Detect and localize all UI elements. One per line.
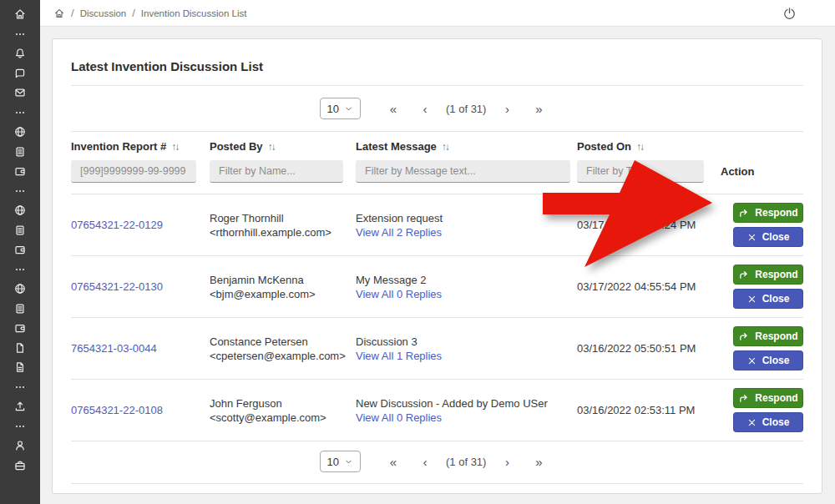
posted-by-name: John Ferguson [210, 396, 344, 411]
page-title: Latest Invention Discussion List [71, 39, 803, 86]
latest-message-text: Discussion 3 [356, 335, 565, 349]
file-icon[interactable] [13, 341, 27, 355]
filter-name-input[interactable] [210, 160, 343, 183]
posted-by-email: <bjm@example.com> [210, 287, 344, 301]
close-x-icon [747, 356, 757, 365]
first-page-button[interactable]: « [377, 455, 409, 469]
respond-button[interactable]: Respond [733, 203, 803, 223]
invention-report-link[interactable]: 07654321-22-0130 [71, 280, 163, 293]
filter-invention-report-input[interactable] [71, 160, 196, 183]
next-page-button[interactable]: › [491, 455, 523, 469]
col-header-action: Action [719, 165, 803, 178]
posted-by-name: Constance Petersen [210, 335, 344, 349]
home-icon[interactable] [13, 8, 27, 21]
prev-page-button[interactable]: ‹ [409, 102, 441, 116]
sort-icon[interactable]: ↑↓ [171, 141, 178, 153]
breadcrumb-item-discussion[interactable]: Discussion [80, 8, 127, 18]
news-icon[interactable] [13, 145, 27, 159]
respond-button[interactable]: Respond [733, 326, 803, 346]
paginator-top: 10 « ‹ (1 of 31) › » [71, 86, 803, 131]
posted-on-value: 03/17/2022 05:22:24 PM [577, 218, 719, 232]
dots-icon [13, 381, 27, 394]
last-page-button[interactable]: » [523, 455, 554, 469]
posted-by-name: Roger Thornhill [210, 211, 344, 225]
view-replies-link[interactable]: View All 0 Replies [356, 411, 442, 424]
invention-report-link[interactable]: 07654321-22-0108 [71, 404, 163, 416]
first-page-button[interactable]: « [377, 102, 409, 116]
briefcase-icon[interactable] [13, 459, 27, 472]
col-header-posted-on[interactable]: Posted On↑↓ [577, 140, 719, 153]
person-icon[interactable] [13, 439, 27, 452]
dots-icon [13, 28, 27, 41]
page-size-select[interactable]: 10 [320, 98, 361, 119]
page-size-value: 10 [327, 103, 339, 115]
close-x-icon [747, 233, 757, 242]
page-size-select[interactable]: 10 [320, 451, 361, 472]
page-size-value: 10 [327, 456, 339, 468]
sort-icon[interactable]: ↑↓ [636, 141, 643, 153]
news-icon[interactable] [13, 302, 27, 315]
posted-by-email: <cpetersen@example.com> [210, 349, 344, 363]
sort-icon[interactable]: ↑↓ [268, 141, 275, 153]
col-header-latest-message[interactable]: Latest Message↑↓ [356, 140, 577, 153]
col-header-invention-report[interactable]: Invention Report #↑↓ [71, 140, 210, 153]
page-indicator: (1 of 31) [441, 456, 491, 468]
invention-report-link[interactable]: 07654321-22-0129 [71, 219, 163, 231]
bell-icon[interactable] [13, 47, 27, 60]
paginator-bottom: 10 « ‹ (1 of 31) › » [71, 441, 803, 484]
breadcrumb-item-current: Invention Discussion List [141, 8, 247, 18]
view-replies-link[interactable]: View All 2 Replies [356, 226, 442, 239]
respond-arrow-icon [738, 208, 749, 219]
chat-icon[interactable] [13, 67, 27, 80]
dots-icon [13, 263, 27, 276]
respond-button[interactable]: Respond [733, 265, 803, 285]
posted-on-value: 03/16/2022 02:53:11 PM [577, 403, 719, 417]
sort-icon[interactable]: ↑↓ [442, 141, 448, 153]
wallet-icon[interactable] [13, 243, 27, 256]
filter-time-input[interactable] [577, 160, 704, 183]
latest-message-text: My Message 2 [356, 273, 565, 287]
prev-page-button[interactable]: ‹ [409, 455, 441, 469]
table-header-row: Invention Report #↑↓ Posted By↑↓ Latest … [71, 132, 803, 153]
close-button[interactable]: Close [733, 227, 803, 247]
view-replies-link[interactable]: View All 0 Replies [356, 288, 442, 300]
dots-icon [13, 184, 27, 198]
respond-arrow-icon [738, 270, 749, 280]
close-x-icon [747, 418, 757, 427]
close-button[interactable]: Close [733, 289, 803, 309]
page-indicator: (1 of 31) [441, 103, 491, 115]
close-button[interactable]: Close [733, 412, 803, 432]
breadcrumb: / Discussion / Invention Discussion List [53, 7, 246, 19]
filter-message-input[interactable] [356, 160, 570, 183]
col-header-posted-by[interactable]: Posted By↑↓ [210, 140, 356, 153]
discussion-table: Invention Report #↑↓ Posted By↑↓ Latest … [71, 131, 803, 484]
invention-report-link[interactable]: 7654321-03-0044 [71, 342, 157, 355]
discussion-list-card: Latest Invention Discussion List 10 « ‹ … [52, 38, 822, 494]
globe-icon[interactable] [13, 204, 27, 217]
mail-icon[interactable] [13, 86, 27, 99]
posted-by-name: Benjamin McKenna [210, 273, 344, 287]
posted-on-value: 03/16/2022 05:50:51 PM [577, 341, 719, 355]
dots-icon [13, 106, 27, 119]
upload-icon[interactable] [13, 400, 27, 413]
globe-icon[interactable] [13, 282, 27, 295]
table-row: 7654321-03-0044 Constance Petersen <cpet… [71, 318, 803, 380]
logout-power-icon[interactable] [782, 6, 797, 20]
view-replies-link[interactable]: View All 1 Replies [356, 350, 442, 362]
respond-button[interactable]: Respond [733, 388, 803, 408]
latest-message-text: New Discussion - Added by Demo USer [356, 396, 565, 411]
breadcrumb-separator: / [71, 7, 74, 19]
home-icon[interactable] [53, 8, 65, 19]
sidebar [0, 0, 40, 504]
wallet-icon[interactable] [13, 164, 27, 178]
file-text-icon[interactable] [13, 360, 27, 374]
posted-by-email: <scotty@example.com> [210, 411, 344, 425]
table-row: 07654321-22-0130 Benjamin McKenna <bjm@e… [71, 256, 803, 318]
news-icon[interactable] [13, 224, 27, 237]
wallet-icon[interactable] [13, 321, 27, 335]
next-page-button[interactable]: › [491, 102, 523, 116]
globe-icon[interactable] [13, 125, 27, 139]
table-row: 07654321-22-0108 John Ferguson <scotty@e… [71, 380, 803, 441]
last-page-button[interactable]: » [523, 102, 554, 116]
close-button[interactable]: Close [733, 350, 803, 370]
